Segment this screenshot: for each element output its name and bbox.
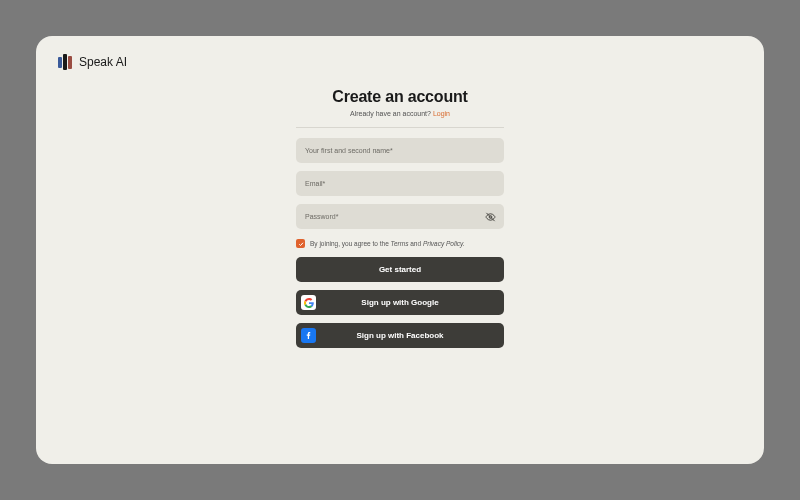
privacy-link[interactable]: Privacy Policy. — [423, 240, 465, 247]
email-field-wrap[interactable] — [296, 171, 504, 196]
terms-prefix: By joining, you agree to the — [310, 240, 391, 247]
name-field-wrap[interactable] — [296, 138, 504, 163]
brand-name: Speak AI — [79, 55, 127, 69]
terms-checkbox[interactable] — [296, 239, 305, 248]
facebook-icon — [301, 328, 316, 343]
logo-icon — [58, 54, 72, 70]
page-title: Create an account — [332, 88, 467, 106]
login-prompt-text: Already have an account? — [350, 110, 433, 117]
eye-off-icon[interactable] — [485, 211, 496, 222]
password-input[interactable] — [305, 213, 495, 220]
email-input[interactable] — [305, 180, 495, 187]
brand: Speak AI — [58, 54, 742, 70]
facebook-button-label: Sign up with Facebook — [356, 331, 443, 340]
terms-link[interactable]: Terms — [391, 240, 409, 247]
divider — [296, 127, 504, 128]
login-link[interactable]: Login — [433, 110, 450, 117]
get-started-button[interactable]: Get started — [296, 257, 504, 282]
terms-text: By joining, you agree to the Terms and P… — [310, 240, 465, 247]
name-input[interactable] — [305, 147, 495, 154]
login-prompt: Already have an account? Login — [350, 110, 450, 117]
facebook-signup-button[interactable]: Sign up with Facebook — [296, 323, 504, 348]
get-started-label: Get started — [379, 265, 421, 274]
password-field-wrap[interactable] — [296, 204, 504, 229]
terms-row: By joining, you agree to the Terms and P… — [296, 239, 504, 248]
signup-form: Create an account Already have an accoun… — [296, 88, 504, 356]
signup-card: Speak AI Create an account Already have … — [36, 36, 764, 464]
google-icon — [301, 295, 316, 310]
terms-mid: and — [408, 240, 422, 247]
google-signup-button[interactable]: Sign up with Google — [296, 290, 504, 315]
google-button-label: Sign up with Google — [361, 298, 438, 307]
